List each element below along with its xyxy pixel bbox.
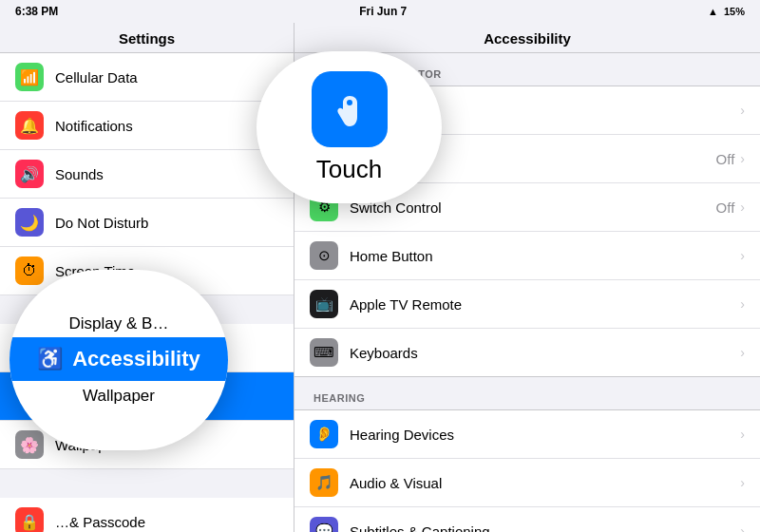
screentime-icon: ⏱ (15, 256, 44, 285)
appletvremote-label: Apple TV Remote (350, 296, 740, 313)
sidebar-item-sounds[interactable]: 🔊 Sounds (0, 150, 294, 199)
sidebar-item-cellular[interactable]: 📶 Cellular Data (0, 53, 294, 102)
status-bar: 6:38 PM Fri Jun 7 ▲ 15% (0, 0, 760, 23)
homebutton-chevron: › (740, 248, 745, 263)
item-appletvremote[interactable]: 📺 Apple TV Remote › (294, 280, 760, 329)
appletvremote-chevron: › (740, 296, 745, 312)
item-homebutton[interactable]: ⊙ Home Button › (294, 232, 760, 280)
sidebar-item-donotdisturb[interactable]: 🌙 Do Not Disturb (0, 199, 294, 247)
item-audiovisual[interactable]: 🎵 Audio & Visual › (294, 459, 760, 507)
right-title: Accessibility (294, 23, 760, 53)
passcode-icon: 🔒 (15, 507, 44, 532)
appletvremote-icon: 📺 (310, 290, 338, 318)
donotdisturb-label: Do Not Disturb (55, 215, 148, 231)
battery-level: 15% (724, 6, 745, 17)
switchcontrol-value: Off (716, 200, 735, 216)
facecontrol-value: Off (716, 151, 735, 167)
sidebar-item-notifications[interactable]: 🔔 Notifications (0, 102, 294, 150)
accessibility-overlay: Display & B… ♿ Accessibility Wallpaper (10, 270, 228, 450)
subtitles-icon: 💬 (310, 517, 338, 532)
section-hearing-label: HEARING (294, 377, 760, 409)
overlay-below-label: Wallpaper (83, 387, 155, 406)
item-hearingdevices[interactable]: 👂 Hearing Devices › (294, 410, 760, 459)
audiovisual-label: Audio & Visual (350, 475, 740, 491)
facecontrol-chevron: › (740, 151, 745, 166)
sidebar-item-passcode[interactable]: 🔒 …& Passcode (0, 498, 294, 532)
main-content: Settings 📶 Cellular Data 🔔 Notifications… (0, 23, 760, 532)
hearing-list: 👂 Hearing Devices › 🎵 Audio & Visual › 💬… (294, 409, 760, 532)
wallpaper-icon: 🌸 (15, 430, 44, 459)
overlay-selected-row: ♿ Accessibility (10, 337, 228, 381)
hearingdevices-label: Hearing Devices (350, 427, 740, 443)
touch-overlay: Touch (256, 51, 442, 203)
subtitles-chevron: › (740, 523, 745, 532)
touch-hand-icon (329, 88, 370, 130)
sidebar-gap2 (0, 469, 294, 498)
passcode-label: …& Passcode (55, 514, 145, 530)
cellular-icon: 📶 (15, 63, 44, 91)
svg-point-0 (347, 100, 352, 105)
switchcontrol-label: Switch Control (350, 200, 716, 216)
item-subtitles[interactable]: 💬 Subtitles & Captioning › (294, 507, 760, 532)
cellular-label: Cellular Data (55, 69, 138, 86)
audiovisual-icon: 🎵 (310, 468, 338, 497)
sounds-icon: 🔊 (15, 160, 44, 188)
status-right: ▲ 15% (708, 6, 745, 17)
audiovisual-chevron: › (740, 475, 745, 490)
hearingdevices-icon: 👂 (310, 420, 338, 448)
subtitles-label: Subtitles & Captioning (350, 523, 740, 533)
homebutton-icon: ⊙ (310, 241, 338, 270)
touch-overlay-title: Touch (316, 155, 382, 184)
keyboards-icon: ⌨ (310, 338, 338, 367)
donotdisturb-icon: 🌙 (15, 208, 44, 237)
wifi-icon: ▲ (708, 6, 718, 17)
hearingdevices-chevron: › (740, 427, 745, 442)
notifications-icon: 🔔 (15, 111, 44, 140)
keyboards-label: Keyboards (350, 345, 740, 361)
status-time: 6:38 PM (15, 5, 58, 18)
status-date: Fri Jun 7 (359, 5, 407, 18)
sidebar-title: Settings (0, 23, 294, 53)
homebutton-label: Home Button (350, 248, 740, 264)
touch-overlay-icon-bg (312, 71, 388, 147)
item-keyboards[interactable]: ⌨ Keyboards › (294, 329, 760, 376)
content-area: Settings 📶 Cellular Data 🔔 Notifications… (0, 23, 760, 532)
overlay-selected-label: Accessibility (72, 347, 200, 371)
sounds-label: Sounds (55, 166, 104, 182)
keyboards-chevron: › (740, 345, 745, 360)
switchcontrol-chevron: › (740, 200, 745, 215)
notifications-label: Notifications (55, 118, 133, 134)
overlay-above-label: Display & B… (69, 314, 169, 333)
touch-chevron: › (740, 103, 745, 118)
